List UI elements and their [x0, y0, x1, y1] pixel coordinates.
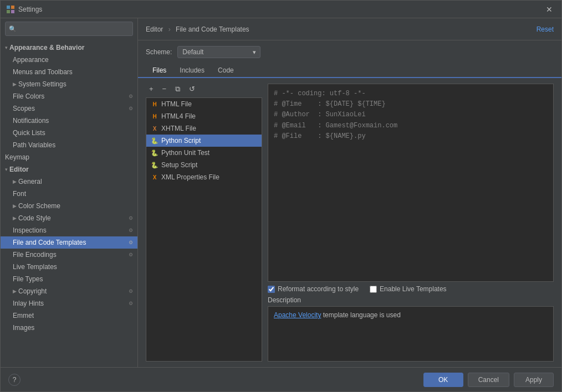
sidebar-item-copyright[interactable]: ▶ Copyright ⚙: [1, 285, 137, 297]
file-item-html[interactable]: H HTML File: [146, 98, 262, 110]
sidebar-item-font[interactable]: Font: [1, 188, 137, 200]
scheme-select[interactable]: Default Project: [177, 46, 260, 58]
close-button[interactable]: ✕: [543, 4, 556, 15]
sidebar-item-file-encodings[interactable]: File Encodings ⚙: [1, 249, 137, 261]
sidebar-item-label: Quick Lists: [13, 129, 133, 137]
sidebar-item-file-types[interactable]: File Types: [1, 273, 137, 285]
settings-badge: ⚙: [129, 288, 133, 294]
file-item-html4[interactable]: H HTML4 File: [146, 110, 262, 122]
file-list-panel: + − ⧉ ↺ H HTML File H HTML4 File: [146, 84, 262, 362]
tab-code[interactable]: Code: [211, 64, 241, 78]
reformat-label: Reformat according to style: [278, 285, 359, 293]
apache-velocity-link[interactable]: Apache Velocity: [274, 311, 321, 319]
sidebar-item-code-style[interactable]: ▶ Code Style ⚙: [1, 212, 137, 224]
sidebar-item-images[interactable]: Images: [1, 322, 137, 334]
sidebar-item-appearance[interactable]: Appearance: [1, 54, 137, 66]
sidebar-item-notifications[interactable]: Notifications: [1, 115, 137, 127]
expand-arrow: ▾: [5, 167, 8, 172]
file-item-label: HTML4 File: [161, 112, 196, 120]
scheme-row: Scheme: Default Project: [138, 40, 561, 64]
tab-includes[interactable]: Includes: [173, 64, 211, 78]
search-input[interactable]: [19, 25, 129, 33]
sidebar-item-scopes[interactable]: Scopes ⚙: [1, 102, 137, 115]
expand-arrow: ▾: [5, 45, 8, 50]
reformat-checkbox-label[interactable]: Reformat according to style: [268, 285, 359, 293]
svg-rect-3: [11, 10, 14, 13]
sidebar-item-general[interactable]: ▶ General: [1, 176, 137, 188]
file-item-python-script[interactable]: 🐍 Python Script: [146, 135, 262, 147]
sidebar-item-appearance-behavior[interactable]: ▾ Appearance & Behavior: [1, 42, 137, 54]
python-script-icon: 🐍: [151, 137, 159, 145]
svg-rect-1: [11, 6, 14, 9]
sidebar-item-file-code-templates[interactable]: File and Code Templates ⚙: [1, 236, 137, 249]
sidebar-item-menus-toolbars[interactable]: Menus and Toolbars: [1, 66, 137, 78]
sidebar-item-editor[interactable]: ▾ Editor: [1, 163, 137, 176]
sidebar-item-system-settings[interactable]: ▶ System Settings: [1, 78, 137, 90]
live-templates-checkbox[interactable]: [370, 286, 377, 293]
sidebar-item-label: Appearance: [13, 56, 133, 64]
sidebar-item-label: Notifications: [13, 117, 133, 125]
footer: ? OK Cancel Apply: [1, 367, 561, 391]
sidebar-item-label: File Types: [13, 275, 133, 283]
reset-button[interactable]: Reset: [537, 25, 554, 33]
file-item-label: Setup Script: [161, 161, 197, 169]
sidebar-tree: ▾ Appearance & Behavior Appearance Menus…: [1, 39, 137, 367]
description-section: Description Apache Velocity template lan…: [268, 296, 554, 362]
settings-badge: ⚙: [129, 252, 133, 257]
sidebar: 🔍 ▾ Appearance & Behavior Appearance Men…: [1, 18, 138, 367]
breadcrumb-parent: Editor: [146, 25, 163, 33]
sidebar-item-quick-lists[interactable]: Quick Lists: [1, 127, 137, 139]
file-item-label: XHTML File: [161, 125, 196, 132]
file-item-python-unit-test[interactable]: 🐍 Python Unit Test: [146, 147, 262, 159]
sidebar-item-label: Images: [13, 324, 133, 332]
sidebar-item-label: Menus and Toolbars: [13, 68, 133, 76]
settings-badge: ⚙: [129, 94, 133, 99]
file-item-label: Python Unit Test: [161, 149, 210, 157]
add-template-button[interactable]: +: [146, 84, 157, 94]
expand-arrow: ▶: [13, 215, 17, 221]
sidebar-item-color-scheme[interactable]: ▶ Color Scheme: [1, 200, 137, 212]
remove-template-button[interactable]: −: [159, 84, 170, 94]
live-templates-checkbox-label[interactable]: Enable Live Templates: [370, 285, 447, 293]
ok-button[interactable]: OK: [423, 373, 463, 387]
settings-badge: ⚙: [129, 215, 133, 221]
sidebar-item-label: File and Code Templates: [13, 239, 126, 246]
code-panel: # -*- coding: utf-8 -*- # @Time : ${DATE…: [268, 84, 554, 362]
sidebar-item-label: File Encodings: [13, 251, 126, 259]
sidebar-item-label: Code Style: [18, 214, 126, 222]
help-button[interactable]: ?: [8, 374, 21, 386]
settings-badge: ⚙: [129, 106, 133, 111]
sidebar-item-path-variables[interactable]: Path Variables: [1, 139, 137, 151]
sidebar-item-emmet[interactable]: Emmet: [1, 310, 137, 322]
setup-script-icon: 🐍: [151, 162, 159, 169]
file-item-setup-script[interactable]: 🐍 Setup Script: [146, 159, 262, 171]
panel-header: Editor › File and Code Templates Reset: [138, 18, 561, 40]
sidebar-item-keymap[interactable]: Keymap: [1, 151, 137, 163]
settings-window: Settings ✕ 🔍 ▾ Appearance & Behavior App…: [0, 0, 562, 392]
sidebar-item-live-templates[interactable]: Live Templates: [1, 261, 137, 273]
file-item-label: Python Script: [161, 137, 201, 145]
svg-rect-0: [7, 6, 10, 9]
sidebar-item-label: Keymap: [5, 153, 133, 161]
search-box[interactable]: 🔍: [5, 22, 133, 36]
file-item-xhtml[interactable]: X XHTML File: [146, 122, 262, 135]
copy-template-button[interactable]: ⧉: [172, 84, 183, 94]
expand-arrow: ▶: [13, 288, 17, 294]
scheme-label: Scheme:: [146, 48, 172, 56]
sidebar-item-inlay-hints[interactable]: Inlay Hints ⚙: [1, 297, 137, 310]
cancel-button[interactable]: Cancel: [468, 373, 509, 387]
apply-button[interactable]: Apply: [514, 373, 554, 387]
code-editor[interactable]: # -*- coding: utf-8 -*- # @Time : ${DATE…: [268, 84, 554, 282]
sidebar-item-file-colors[interactable]: File Colors ⚙: [1, 90, 137, 102]
html4-file-icon: H: [151, 114, 159, 120]
tab-files[interactable]: Files: [146, 64, 173, 78]
sidebar-item-inspections[interactable]: Inspections ⚙: [1, 224, 137, 236]
tabs-row: Files Includes Code: [138, 64, 561, 78]
sidebar-item-label: Inspections: [13, 226, 126, 234]
file-item-xml-properties[interactable]: X XML Properties File: [146, 171, 262, 183]
reformat-checkbox[interactable]: [268, 286, 275, 293]
file-list-toolbar: + − ⧉ ↺: [146, 84, 262, 94]
sidebar-item-label: File Colors: [13, 92, 126, 100]
window-title: Settings: [18, 6, 543, 13]
reset-template-button[interactable]: ↺: [186, 84, 198, 94]
